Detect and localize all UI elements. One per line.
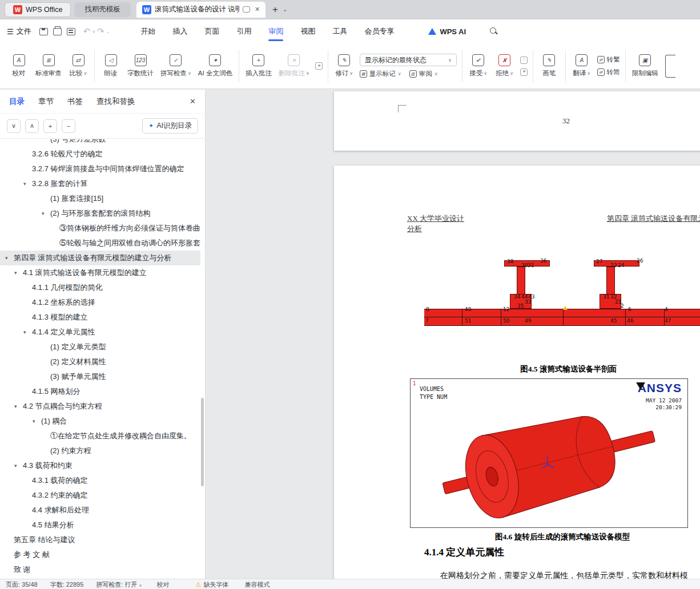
menu-tools[interactable]: 工具 <box>331 21 348 42</box>
document-page-current[interactable]: XX 大学毕业设计 第四章 滚筒式输送设备有限元模型的 分析 383031362… <box>334 166 700 579</box>
wps-ai-button[interactable]: WPS AI <box>428 27 466 36</box>
review-pane-button[interactable]: ▥ 审阅∨ <box>409 70 438 78</box>
toc-caret-icon[interactable]: ▾ <box>14 265 17 280</box>
toc-item[interactable]: ▾3.2.8 胀套的计算 <box>0 176 200 191</box>
page-indicator[interactable]: 页面: 35/48 <box>6 580 38 589</box>
toc-item[interactable]: 3.2.7 铸焊滚筒接盘与中间筒体焊缝位置的确定 <box>0 162 200 176</box>
toc-caret-icon[interactable]: ▾ <box>5 251 8 265</box>
expand-all-button[interactable]: ∧ <box>25 119 39 133</box>
toc-item[interactable]: 3.2.6 轮毂尺寸的确定 <box>0 147 200 162</box>
undo-dropdown-icon[interactable]: ∨ <box>92 29 95 34</box>
toc-item[interactable]: ▾4.3 载荷和约束 <box>0 458 200 473</box>
template-tab[interactable]: 找稻壳模板 <box>74 2 131 17</box>
print-preview-icon[interactable] <box>67 28 75 35</box>
toc-item[interactable]: (1) 胀套连接[15] <box>0 191 200 206</box>
spellcheck-indicator[interactable]: 拼写检查: 打开∨ <box>96 580 142 589</box>
toc-item[interactable]: 4.1.5 网格划分 <box>0 384 200 399</box>
to-traditional-button[interactable]: ⇄ 转繁 <box>597 55 620 64</box>
previous-change-icon[interactable]: ⚐ <box>520 57 528 64</box>
compat-mode-indicator[interactable]: 兼容模式 <box>244 580 269 589</box>
toc-item[interactable]: 参 考 文 献 <box>0 547 200 562</box>
sidebar-scrollbar-thumb[interactable] <box>201 398 204 486</box>
next-change-icon[interactable]: ⚑ <box>520 68 528 76</box>
resolve-comment-icon[interactable]: ⚑ <box>315 62 323 70</box>
tab-list-chevron-icon[interactable]: ⌄ <box>283 6 287 13</box>
close-tab-icon[interactable]: ✕ <box>255 6 260 13</box>
menu-page[interactable]: 页面 <box>203 21 220 42</box>
insert-comment-button[interactable]: + 插入批注 <box>242 52 275 80</box>
toc-item[interactable]: 4.1.1 几何模型的简化 <box>0 280 200 295</box>
toc-item[interactable]: (3) 弯矩方差系数 <box>0 139 200 147</box>
tab-find-replace[interactable]: 查找和替换 <box>96 96 135 107</box>
compare-button[interactable]: ⇄ 比较∨ <box>65 52 91 80</box>
toc-item[interactable]: (2) 约束方程 <box>0 443 200 458</box>
toc-caret-icon[interactable]: ▾ <box>33 414 35 429</box>
ai-recognize-toc-button[interactable]: ✦ AI识别目录 <box>142 118 198 134</box>
toc-item[interactable]: 4.1.2 坐标系的选择 <box>0 295 200 310</box>
track-changes-button[interactable]: ✎ 修订∨ <box>331 52 357 80</box>
document-page-prev[interactable]: 32 <box>334 91 700 151</box>
redo-icon[interactable]: ↷ <box>97 26 104 37</box>
file-menu-button[interactable]: ☰ 文件 <box>7 26 31 37</box>
new-tab-button[interactable]: + <box>272 4 278 15</box>
toc-item[interactable]: 第五章 结论与建议 <box>0 532 200 547</box>
tab-chapters[interactable]: 章节 <box>38 96 54 107</box>
menu-review[interactable]: 审阅 <box>267 21 284 42</box>
toc-item[interactable]: 致 谢 <box>0 562 200 577</box>
restrict-editing-button[interactable]: ▣ 限制编辑 <box>629 52 662 80</box>
toc-caret-icon[interactable]: ▾ <box>23 176 26 191</box>
collapse-all-button[interactable]: ∨ <box>7 119 21 133</box>
menu-home[interactable]: 开始 <box>139 21 156 42</box>
menu-reference[interactable]: 引用 <box>235 21 252 42</box>
toc-item[interactable]: ①在给定节点处生成并修改耦合自由度集。 <box>0 429 200 443</box>
undo-icon[interactable]: ↶ <box>83 26 91 37</box>
reject-button[interactable]: ✘ 拒绝∨ <box>492 52 518 80</box>
to-simplified-button[interactable]: ⇄ 转简 <box>597 68 620 76</box>
ink-brush-button[interactable]: ✎ 画笔 <box>536 52 562 80</box>
word-count-button[interactable]: 123 字数统计 <box>124 52 157 80</box>
toc-caret-icon[interactable]: ▾ <box>23 325 26 340</box>
clipped-ribbon-button[interactable] <box>665 55 675 78</box>
document-tab[interactable]: W 滚筒式输送设备的设计 说明书 ✕ <box>136 2 265 18</box>
print-icon[interactable] <box>53 28 62 35</box>
toc-item[interactable]: ⑤轮毂与轴之间用双锥自动调心的环形胀套 ... <box>0 236 200 251</box>
toc-item[interactable]: 4.4 求解和后处理 <box>0 503 200 518</box>
toc-item[interactable]: 4.3.1 载荷的确定 <box>0 473 200 488</box>
proofread-indicator[interactable]: 校对 <box>157 580 170 589</box>
more-commands-chevron-icon[interactable]: ⌄ <box>106 29 110 34</box>
toc-item[interactable]: 4.1.3 模型的建立 <box>0 310 200 325</box>
search-icon[interactable] <box>490 27 498 35</box>
tab-contents[interactable]: 目录 <box>9 96 25 107</box>
toc-caret-icon[interactable]: ▾ <box>14 399 17 414</box>
accept-button[interactable]: ✔ 接受∨ <box>465 52 492 80</box>
delete-comment-button[interactable]: ✕ 删除批注∨ <box>275 52 313 80</box>
toc-item[interactable]: (2) 定义材料属性 <box>0 354 200 369</box>
toc-item[interactable]: (3) 赋予单元属性 <box>0 369 200 384</box>
toc-item[interactable]: ▾(1) 耦合 <box>0 414 200 429</box>
missing-font-indicator[interactable]: ⚠缺失字体 <box>196 580 229 589</box>
read-aloud-button[interactable]: ◁ 朗读 <box>98 52 124 80</box>
document-canvas[interactable]: 32 XX 大学毕业设计 第四章 滚筒式输送设备有限元模型的 分析 383031… <box>206 90 700 579</box>
zoom-out-button[interactable]: − <box>62 119 75 133</box>
close-sidebar-icon[interactable]: ✕ <box>190 97 196 106</box>
toc-item[interactable]: 4.3.2 约束的确定 <box>0 488 200 503</box>
tab-bookmarks[interactable]: 书签 <box>67 96 83 107</box>
toc-item[interactable]: ▾4.2 节点耦合与约束方程 <box>0 399 200 414</box>
toc-item[interactable]: ▾4.1 滚筒式输送设备有限元模型的建立 <box>0 265 200 280</box>
toc-caret-icon[interactable]: ▾ <box>42 206 45 221</box>
toc-item[interactable]: 4.5 结果分析 <box>0 518 200 532</box>
menu-insert[interactable]: 插入 <box>171 21 188 42</box>
menu-view[interactable]: 视图 <box>299 21 316 42</box>
menu-member[interactable]: 会员专享 <box>363 21 395 42</box>
wps-home-tab[interactable]: W WPS Office <box>5 2 71 17</box>
toc-item[interactable]: ▾第四章 滚筒式输送设备有限元模型的建立与分析 <box>0 251 200 265</box>
show-markup-button[interactable]: ▤ 显示标记∨ <box>360 70 401 78</box>
save-icon[interactable] <box>39 28 48 35</box>
standard-review-button[interactable]: ≣ 标准审查 <box>32 52 65 80</box>
display-state-dropdown[interactable]: 显示标记的最终状态 ∨ <box>360 54 457 66</box>
toc-item[interactable]: ▾4.1.4 定义单元属性 <box>0 325 200 340</box>
ai-polish-button[interactable]: ✦ AI 全文润色 <box>195 52 236 80</box>
spell-check-button[interactable]: ✓ 拼写检查∨ <box>157 52 195 80</box>
proofread-button[interactable]: A 校对 <box>6 52 32 80</box>
toc-caret-icon[interactable]: ▾ <box>14 458 17 473</box>
